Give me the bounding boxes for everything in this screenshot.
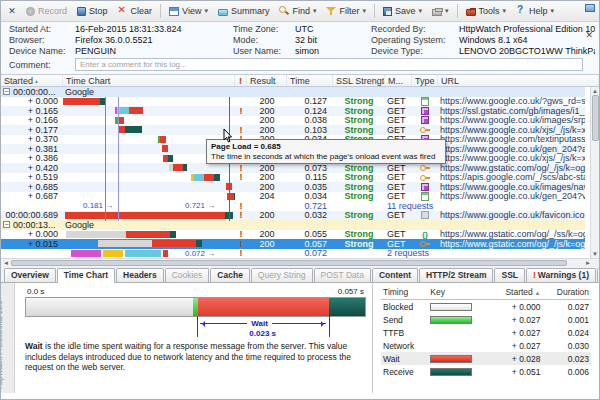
- request-type: [412, 192, 438, 202]
- horizontal-scroll-thumb[interactable]: [11, 260, 567, 266]
- clear-icon: [118, 6, 128, 16]
- vertical-scrollbar[interactable]: ▲ ▼: [590, 87, 599, 258]
- request-row[interactable]: 00:00:00.689!2000.032StrongGEThttps://ww…: [1, 211, 585, 221]
- tab-label: Time Chart: [64, 270, 108, 280]
- tab-cache[interactable]: Cache: [210, 268, 250, 282]
- image-type-icon: [421, 107, 429, 115]
- request-started: + 0.015: [1, 239, 63, 249]
- close-panel-icon[interactable]: ✕: [5, 6, 19, 16]
- request-row[interactable]: + 0.177!2000.103StrongGEThttps://www.goo…: [1, 125, 585, 135]
- tab-ssl[interactable]: SSL: [494, 268, 525, 282]
- request-started: + 0.177: [1, 125, 63, 135]
- tools-button[interactable]: Tools▾: [461, 4, 512, 18]
- page-load-tooltip: Page Load = 0.685 The time in seconds at…: [206, 139, 446, 164]
- tab-http-2-stream[interactable]: HTTP/2 Stream: [419, 268, 493, 282]
- request-time: 0.035: [287, 182, 333, 192]
- group-row[interactable]: −00:00:00...Google: [1, 87, 585, 97]
- print-button[interactable]: ▾: [427, 5, 454, 18]
- column-header-ssl-strength[interactable]: SSL Strength: [333, 75, 385, 86]
- chevron-down-icon: ▾: [362, 7, 366, 15]
- timing-segment-teal: [329, 298, 365, 316]
- print-icon: [432, 9, 442, 16]
- scroll-left-icon[interactable]: ◄: [3, 260, 9, 266]
- column-header-started[interactable]: Started: [1, 75, 63, 86]
- find-button[interactable]: Find▾: [274, 4, 321, 18]
- tab-time-chart[interactable]: Time Chart: [57, 268, 115, 283]
- summary-right-label: 0.721 →: [185, 201, 215, 210]
- request-method: GET: [385, 173, 412, 183]
- warning-icon: !: [235, 211, 247, 221]
- help-icon: [516, 6, 526, 16]
- help-button[interactable]: Help▾: [511, 4, 559, 18]
- column-header-result[interactable]: Result: [247, 75, 287, 86]
- request-method: GET: [385, 116, 412, 126]
- dock-window-icon[interactable]: [585, 4, 595, 12]
- tab-post-data[interactable]: POST Data: [314, 268, 371, 282]
- request-row[interactable]: + 0.165!2000.124StrongGEThttps://ssl.gst…: [1, 106, 585, 116]
- timing-name: Wait: [381, 352, 428, 365]
- comment-input[interactable]: [75, 58, 583, 71]
- toolbar-separator: [374, 4, 375, 18]
- timing-header-duration[interactable]: Duration: [542, 287, 591, 300]
- request-time-chart: [63, 192, 235, 202]
- tab-overview[interactable]: Overview: [4, 268, 56, 282]
- tab-warnings-1[interactable]: !Warnings (1): [526, 268, 596, 282]
- request-row[interactable]: + 0.420!2000.073StrongGEThttps://www.gst…: [1, 163, 585, 173]
- save-button[interactable]: Save▾: [378, 4, 427, 18]
- timing-header-timing[interactable]: Timing: [381, 287, 428, 300]
- tab-query-string[interactable]: Query String: [251, 268, 313, 282]
- request-method: GET: [385, 182, 412, 192]
- column-header-time[interactable]: Time: [287, 75, 333, 86]
- clear-button[interactable]: Clear: [113, 4, 158, 18]
- request-time: 0.115: [287, 173, 333, 183]
- send-key-swatch: [430, 316, 472, 324]
- timing-duration: 0.023: [542, 352, 591, 365]
- bar-segment-teal: [214, 174, 220, 181]
- vertical-scroll-thumb[interactable]: [592, 95, 599, 141]
- request-row[interactable]: + 0.519!2000.115StrongGEThttps://apis.go…: [1, 173, 585, 183]
- column-header--[interactable]: !: [235, 75, 247, 86]
- scale-end-label: 0.057 s: [338, 287, 364, 296]
- tab-content[interactable]: Content: [372, 268, 418, 282]
- summary-row[interactable]: 0.072 →!0.0722 requests: [1, 249, 585, 259]
- summary-row[interactable]: 0.181 →0.721 →!0.72111 requests: [1, 201, 585, 211]
- summary-button[interactable]: Summary: [213, 4, 275, 18]
- toolbar-button-label: Summary: [231, 6, 270, 16]
- request-row[interactable]: + 0.015!2000.057StrongGEThttps://www.gst…: [1, 239, 585, 249]
- filter-button[interactable]: Filter▾: [321, 4, 371, 18]
- close-icon[interactable]: ✕: [585, 30, 593, 40]
- timing-name: Receive: [381, 365, 428, 378]
- timing-header-key[interactable]: Key: [428, 287, 490, 300]
- column-header-type[interactable]: Type: [412, 75, 438, 86]
- collapse-icon[interactable]: −: [3, 88, 10, 95]
- view-button[interactable]: View▾: [164, 4, 213, 18]
- request-url: https://www.google.com/textinputassistan…: [438, 135, 585, 145]
- tab-cookies[interactable]: Cookies: [165, 268, 210, 282]
- request-row[interactable]: + 0.000!2000.055StrongGET{}https://www.g…: [1, 230, 585, 240]
- render-start-marker: [105, 97, 106, 221]
- collapse-icon[interactable]: −: [3, 221, 10, 228]
- warning-icon: [235, 182, 247, 192]
- warning-icon: !: [533, 270, 536, 280]
- request-method: GET: [385, 125, 412, 135]
- request-row[interactable]: + 0.0002000.127StrongGEThttps://www.goog…: [1, 97, 585, 107]
- favicon-type-icon: [421, 211, 429, 219]
- request-row[interactable]: + 0.6852000.035StrongGEThttps://www.goog…: [1, 182, 585, 192]
- column-header-m-[interactable]: M...: [385, 75, 412, 86]
- column-header-time-chart[interactable]: Time Chart: [63, 75, 235, 86]
- scroll-up-icon[interactable]: ▲: [591, 87, 599, 95]
- request-row[interactable]: + 0.1662000.038StrongGEThttps://www.goog…: [1, 116, 585, 126]
- request-url: https://apis.google.com/_/scs/abc-static…: [438, 173, 585, 183]
- scroll-right-icon[interactable]: ►: [585, 260, 591, 266]
- horizontal-scrollbar[interactable]: ◄ ►: [1, 258, 599, 267]
- column-header-url[interactable]: URL: [438, 75, 599, 86]
- group-row[interactable]: −00:00:13...Google: [1, 220, 585, 230]
- timing-header-started[interactable]: Started ▲: [490, 287, 542, 300]
- dom-load-marker: [118, 97, 119, 221]
- tab-headers[interactable]: Headers: [116, 268, 164, 282]
- stop-button[interactable]: Stop: [72, 4, 113, 18]
- request-result: 200: [247, 125, 287, 135]
- request-row[interactable]: + 0.6872040.034StrongGEThttps://www.goog…: [1, 192, 585, 202]
- scroll-down-icon[interactable]: ▼: [591, 250, 599, 258]
- timing-started: + 0.027: [490, 313, 542, 326]
